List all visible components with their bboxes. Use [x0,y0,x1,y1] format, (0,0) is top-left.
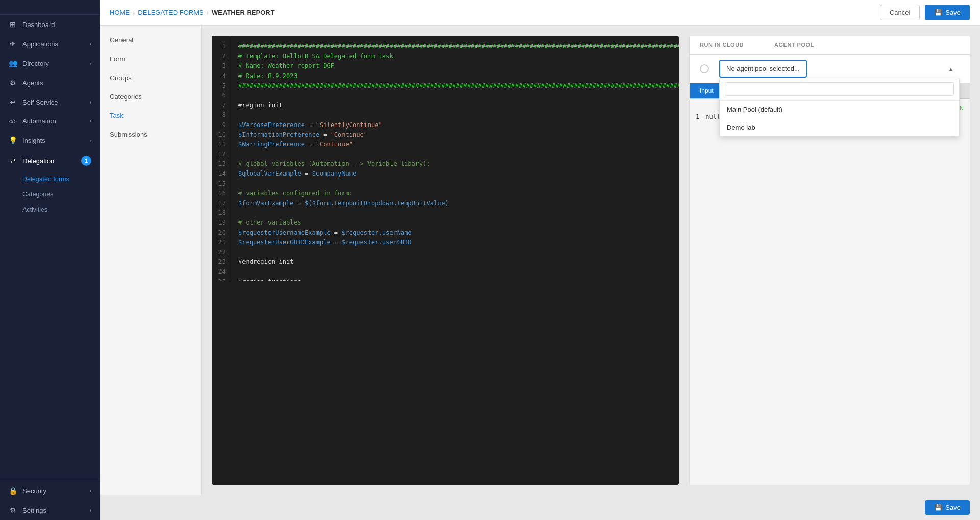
sidebar-item-label: Applications [22,40,58,48]
run-line-number: 1 [696,113,699,120]
bottom-save-label: Save [945,504,961,511]
breadcrumb-sep2: › [207,9,209,16]
sidebar-item-insights[interactable]: 💡 Insights › [0,131,100,150]
sidebar-logo [0,0,100,15]
dashboard-icon: ⊞ [8,20,17,29]
nav-item-form[interactable]: Form [100,49,201,68]
right-panel-controls: No agent pool selected... Main Pool (def… [690,55,970,83]
selfservice-icon: ↩ [8,98,17,106]
right-panel: RUN IN CLOUD AGENT POOL No agent pool se… [689,36,970,485]
sub-item-label: Activities [22,206,47,213]
agents-icon: ⚙ [8,79,17,87]
sidebar-item-applications[interactable]: ✈ Applications › [0,34,100,54]
agent-pool-dropdown: Main Pool (default) Demo lab [719,78,960,137]
sidebar-item-label: Security [22,487,46,495]
bottom-save-bar: 💾 Save [100,495,980,520]
topbar: HOME › DELEGATED FORMS › WEATHER REPORT … [100,0,980,26]
chevron-icon: › [90,41,91,47]
sidebar-item-label: Directory [22,60,49,67]
dropdown-search [720,78,959,101]
main-content: HOME › DELEGATED FORMS › WEATHER REPORT … [100,0,980,520]
save-icon: 💾 [934,9,942,16]
agent-pool-label: AGENT POOL [774,42,814,48]
settings-icon: ⚙ [8,506,17,514]
delegation-badge: 1 [81,156,91,166]
left-nav: General Form Groups Categories Task Subm… [100,26,202,495]
dropdown-search-input[interactable] [725,82,954,96]
sidebar-item-label: Delegation [22,157,54,165]
nav-item-categories[interactable]: Categories [100,87,201,106]
dropdown-option-main[interactable]: Main Pool (default) [720,101,959,118]
applications-icon: ✈ [8,40,17,48]
automation-icon: </> [8,118,17,125]
cancel-button[interactable]: Cancel [880,5,920,20]
security-icon: 🔒 [8,487,17,495]
directory-icon: 👥 [8,59,17,67]
insights-icon: 💡 [8,136,17,144]
editor-panel: 1234567891011121314151617181920212223242… [202,26,689,495]
sidebar-item-directory[interactable]: 👥 Directory › [0,54,100,73]
nav-item-general[interactable]: General [100,31,201,49]
topbar-actions: Cancel 💾 Save [880,5,970,20]
chevron-icon: › [90,61,91,66]
sidebar-item-label: Insights [22,137,45,144]
breadcrumb-home[interactable]: HOME [110,9,130,16]
sidebar-sub-activities[interactable]: Activities [0,202,100,217]
sidebar-sub-delegated-forms[interactable]: Delegated forms [0,171,100,187]
save-button[interactable]: 💾 Save [925,5,970,20]
breadcrumb-delegated-forms[interactable]: DELEGATED FORMS [138,9,203,16]
sidebar-item-security[interactable]: 🔒 Security › [0,481,100,501]
sidebar-item-label: Automation [22,117,56,125]
agent-pool-select-wrapper: No agent pool selected... Main Pool (def… [719,60,960,78]
code-editor[interactable]: 1234567891011121314151617181920212223242… [212,36,679,485]
sidebar-item-dashboard[interactable]: ⊞ Dashboard [0,15,100,34]
run-content: JSON 1 null [690,99,970,485]
bottom-save-button[interactable]: 💾 Save [925,500,970,515]
sub-item-label: Categories [22,191,53,198]
sidebar-item-agents[interactable]: ⚙ Agents [0,73,100,92]
sidebar-sub-categories[interactable]: Categories [0,187,100,202]
sidebar-item-settings[interactable]: ⚙ Settings › [0,501,100,520]
save-label: Save [945,9,961,16]
sidebar-item-automation[interactable]: </> Automation › [0,112,100,131]
sidebar-item-label: Agents [22,79,43,87]
chevron-icon: › [90,508,91,513]
sidebar-item-label: Settings [22,507,46,514]
bottom-save-icon: 💾 [934,504,942,511]
breadcrumb-sep1: › [133,9,135,16]
content-area: General Form Groups Categories Task Subm… [100,26,980,495]
sub-item-label: Delegated forms [22,176,69,183]
code-inner: 1234567891011121314151617181920212223242… [212,36,679,281]
sidebar-item-label: Dashboard [22,21,55,29]
run-in-cloud-toggle[interactable] [700,64,709,73]
sidebar-item-selfservice[interactable]: ↩ Self Service › [0,92,100,112]
breadcrumb-current: WEATHER REPORT [212,9,275,16]
run-in-cloud-label: RUN IN CLOUD [700,42,744,48]
line-numbers: 1234567891011121314151617181920212223242… [212,36,230,281]
chevron-icon: › [90,118,91,124]
nav-item-groups[interactable]: Groups [100,68,201,87]
dropdown-option-demo[interactable]: Demo lab [720,118,959,136]
run-line-value: null [705,113,720,120]
nav-item-submissions[interactable]: Submissions [100,125,201,144]
code-text: ########################################… [230,36,679,281]
nav-item-task[interactable]: Task [100,106,201,125]
chevron-icon: › [90,488,91,494]
breadcrumb: HOME › DELEGATED FORMS › WEATHER REPORT [110,9,275,16]
chevron-icon: › [90,100,91,105]
chevron-icon: › [90,138,91,143]
sidebar-item-label: Self Service [22,98,58,106]
agent-pool-select[interactable]: No agent pool selected... Main Pool (def… [719,60,807,78]
sidebar: ⊞ Dashboard ✈ Applications › 👥 Directory… [0,0,100,520]
right-panel-header: RUN IN CLOUD AGENT POOL [690,36,970,55]
sidebar-item-delegation[interactable]: ⇄ Delegation 1 [0,150,100,171]
delegation-icon: ⇄ [8,158,17,164]
